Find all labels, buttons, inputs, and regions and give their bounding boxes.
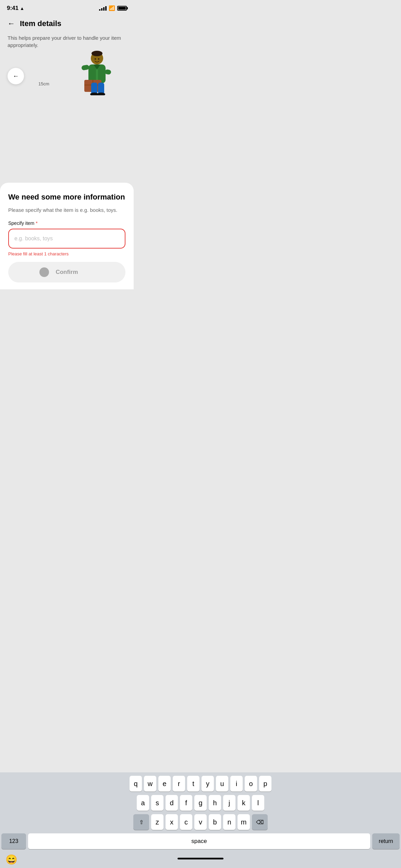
delivery-person-illustration bbox=[75, 51, 112, 97]
battery-fill bbox=[118, 7, 126, 10]
signal-bars bbox=[99, 6, 107, 11]
confirm-button[interactable]: Confirm bbox=[8, 262, 125, 282]
error-message: Please fill at least 1 characters bbox=[8, 251, 125, 256]
confirm-button-label: Confirm bbox=[56, 269, 78, 276]
battery-icon bbox=[117, 6, 127, 11]
status-bar: 9:41 ▲ 📶 bbox=[0, 0, 134, 14]
signal-bar-4 bbox=[105, 6, 107, 11]
specify-item-input[interactable] bbox=[8, 229, 125, 249]
signal-bar-1 bbox=[99, 9, 100, 11]
svg-point-1 bbox=[92, 51, 102, 56]
page-background: ← Item details This helps prepare your d… bbox=[0, 14, 134, 97]
svg-point-3 bbox=[98, 58, 99, 60]
status-icons: 📶 bbox=[99, 5, 127, 11]
page-header: ← Item details bbox=[8, 19, 126, 28]
status-time: 9:41 ▲ bbox=[7, 5, 24, 12]
illustration-area: ← 15cm bbox=[8, 56, 126, 97]
svg-rect-7 bbox=[81, 64, 89, 71]
sheet-title: We need some more information bbox=[8, 192, 125, 202]
back-arrow-icon[interactable]: ← bbox=[8, 19, 15, 28]
back-circle-arrow-icon: ← bbox=[13, 73, 19, 80]
signal-bar-3 bbox=[103, 7, 105, 11]
bottom-sheet: We need some more information Please spe… bbox=[0, 183, 134, 289]
time-label: 9:41 bbox=[7, 5, 19, 12]
wifi-icon: 📶 bbox=[109, 5, 115, 11]
location-icon: ▲ bbox=[20, 6, 24, 11]
required-star: * bbox=[36, 220, 37, 226]
page-title: Item details bbox=[20, 19, 61, 28]
measurement-label: 15cm bbox=[38, 81, 49, 86]
svg-point-2 bbox=[95, 58, 96, 60]
sheet-subtitle: Please specify what the item is e.g. boo… bbox=[8, 206, 125, 214]
page-subtitle: This helps prepare your driver to handle… bbox=[8, 34, 126, 49]
field-label: Specify item * bbox=[8, 220, 125, 226]
confirm-button-dot bbox=[39, 267, 49, 277]
field-label-text: Specify item bbox=[8, 220, 34, 226]
signal-bar-2 bbox=[101, 8, 102, 11]
back-circle-button[interactable]: ← bbox=[8, 68, 24, 84]
